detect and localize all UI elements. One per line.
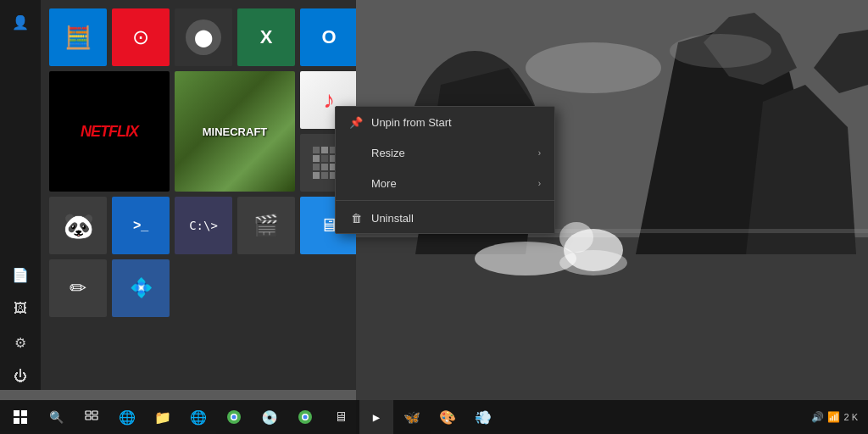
uninstall-label: Uninstall	[371, 212, 541, 225]
tiles-area: 🧮 ⊙ ⬤ X O W NETFLIX MINECRAFT	[41, 0, 356, 390]
affinity-button[interactable]: 🎨	[431, 400, 465, 434]
terminal-button[interactable]: ▶	[359, 400, 393, 434]
tile-circle[interactable]: ⬤	[175, 8, 232, 66]
taskbar-clock[interactable]: 2 K	[843, 411, 858, 423]
context-divider	[336, 200, 554, 201]
steam-icon: 💨	[475, 409, 492, 426]
file-explorer-icon: 📁	[154, 409, 171, 426]
chrome-button-2[interactable]	[288, 400, 322, 434]
taskbar: 🔍 🌐 📁 🌐 💿	[0, 400, 868, 434]
more-label: More	[371, 177, 530, 190]
file-explorer-button[interactable]: 📁	[146, 400, 180, 434]
context-resize[interactable]: Resize ›	[336, 137, 554, 168]
tile-edit[interactable]: ✏	[49, 259, 107, 317]
start-menu: 👤 📄 🖼 ⚙ ⏻ 🧮 ⊙ ⬤ X O W	[0, 0, 356, 390]
svg-rect-18	[86, 416, 91, 420]
chrome-button-1[interactable]	[217, 400, 251, 434]
tile-netflix[interactable]: NETFLIX	[49, 71, 170, 192]
tile-excel[interactable]: X	[237, 8, 295, 66]
edge-button[interactable]: 🌐	[181, 400, 215, 434]
sidebar-user-icon[interactable]: 👤	[7, 8, 34, 36]
tile-panda[interactable]: 🐼	[49, 197, 107, 254]
unpin-label: Unpin from Start	[371, 116, 541, 129]
context-uninstall[interactable]: 🗑 Uninstall	[336, 203, 554, 233]
windows-logo-icon	[14, 410, 27, 424]
svg-point-14	[526, 42, 661, 93]
more-chevron: ›	[538, 179, 541, 188]
edge-icon: 🌐	[190, 409, 207, 426]
svg-point-25	[303, 415, 308, 420]
context-more[interactable]: More ›	[336, 168, 554, 198]
sidebar-doc-icon[interactable]: 📄	[7, 261, 34, 288]
clock-time: 2 K	[843, 411, 858, 423]
tile-row-3: 🐼 >_ C:\> 🎬 🖥 🛍	[49, 197, 348, 254]
svg-rect-17	[92, 411, 97, 415]
steam-button[interactable]: 💨	[466, 400, 500, 434]
sidebar-settings-icon[interactable]: ⚙	[7, 329, 34, 356]
more-icon	[349, 176, 363, 190]
tile-outlook[interactable]: O	[300, 8, 356, 66]
cortana-button[interactable]: 🌐	[110, 400, 144, 434]
app1-icon: 🦋	[403, 409, 420, 426]
cortana-icon: 🌐	[119, 409, 136, 426]
resize-label: Resize	[371, 147, 530, 159]
affinity-icon: 🎨	[439, 409, 456, 426]
drive-button-1[interactable]: 💿	[253, 400, 287, 434]
system-tray: 🔊 📶 2 K	[811, 411, 865, 423]
svg-rect-16	[86, 411, 91, 415]
context-unpin[interactable]: 📌 Unpin from Start	[336, 107, 554, 137]
resize-icon	[349, 146, 363, 159]
task-view-button[interactable]	[75, 400, 108, 434]
chrome-icon-1	[226, 409, 242, 425]
search-button[interactable]: 🔍	[39, 400, 73, 434]
svg-point-13	[559, 222, 593, 253]
start-button[interactable]	[3, 400, 37, 434]
sidebar: 👤 📄 🖼 ⚙ ⏻	[0, 0, 41, 390]
svg-point-22	[232, 415, 236, 420]
tile-video[interactable]: 🎬	[237, 197, 295, 254]
task-view-icon	[85, 410, 98, 424]
tile-row-1: 🧮 ⊙ ⬤ X O W	[49, 8, 348, 66]
tile-powershell[interactable]: >_	[112, 197, 170, 254]
resize-chevron: ›	[538, 148, 541, 158]
svg-rect-19	[92, 416, 97, 420]
tile-groove[interactable]: ⊙	[112, 8, 170, 66]
terminal-icon: ▶	[373, 410, 380, 424]
tray-icon-1[interactable]: 🔊	[811, 411, 824, 423]
drive-button-2[interactable]: 🖥	[324, 400, 358, 434]
tile-minecraft[interactable]: MINECRAFT	[175, 71, 295, 192]
tile-row-4: ✏ 💠	[49, 259, 348, 317]
tile-row-2: NETFLIX MINECRAFT ♪	[49, 71, 348, 192]
chrome-icon-2	[298, 409, 313, 425]
sidebar-power-icon[interactable]: ⏻	[7, 363, 34, 390]
app1-button[interactable]: 🦋	[395, 400, 429, 434]
drive-icon-1: 💿	[261, 409, 278, 426]
unpin-icon: 📌	[349, 115, 363, 129]
sidebar-photo-icon[interactable]: 🖼	[7, 295, 34, 322]
svg-point-15	[670, 34, 771, 68]
tray-icon-2[interactable]: 📶	[827, 411, 840, 423]
search-icon: 🔍	[49, 410, 64, 424]
tile-blue-app[interactable]: 💠	[112, 259, 170, 317]
uninstall-icon: 🗑	[349, 211, 363, 225]
tile-calculator[interactable]: 🧮	[49, 8, 107, 66]
drive-icon-2: 🖥	[334, 409, 348, 425]
svg-point-6	[475, 242, 576, 275]
context-menu: 📌 Unpin from Start Resize › More › 🗑 Uni…	[335, 106, 555, 234]
tile-terminal[interactable]: C:\>	[175, 197, 232, 254]
